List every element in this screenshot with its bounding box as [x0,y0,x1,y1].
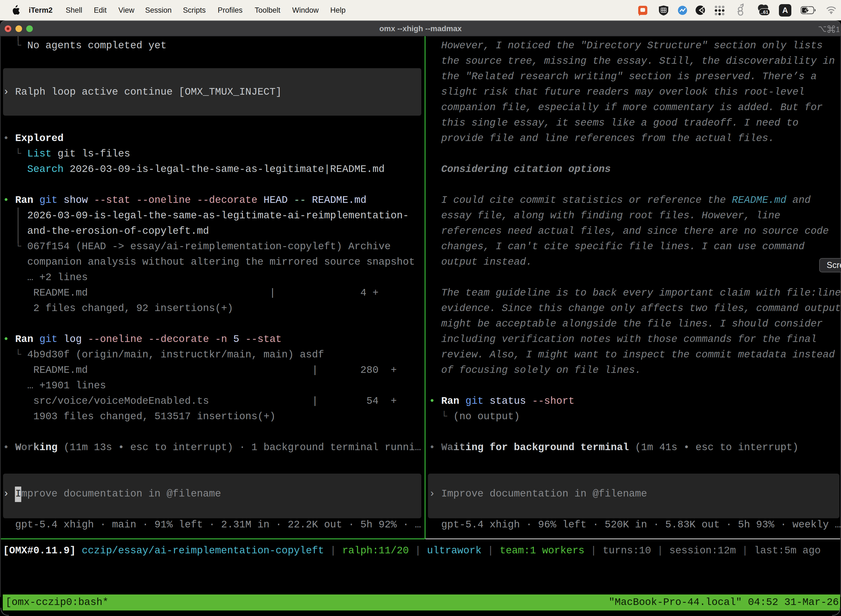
svg-text:..61: ..61 [760,10,768,15]
svg-text:1: 1 [836,25,840,34]
